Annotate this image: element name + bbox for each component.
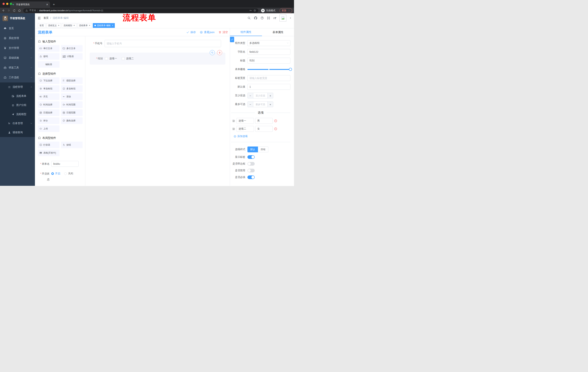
sidebar-item-user-group[interactable]: 用户分组 — [0, 101, 35, 110]
tag-process-form[interactable]: 流程表单× — [77, 23, 92, 28]
fullscreen-icon[interactable] — [267, 16, 270, 20]
sidebar-item-task-mgmt[interactable]: 任务管理 — [0, 119, 35, 128]
slider-handle[interactable] — [289, 68, 292, 71]
gender-option2-checkbox[interactable]: 选项二 — [122, 57, 134, 60]
stepper-plus-button[interactable]: + — [267, 93, 273, 98]
option1-value-input[interactable] — [255, 118, 273, 124]
bookmark-star-icon[interactable] — [253, 9, 256, 12]
phone-input[interactable] — [105, 40, 221, 47]
form-grid-slider[interactable] — [247, 66, 290, 72]
sidebar-item-leave-query[interactable]: 请假查询 — [0, 128, 35, 137]
sidebar-item-process-form[interactable]: 流程表单 — [0, 92, 35, 101]
style-button-button[interactable]: 按钮 — [258, 147, 268, 152]
palette-item-single-text[interactable]: 单行文本 — [38, 45, 60, 52]
tag-close-icon[interactable]: × — [74, 24, 75, 27]
tab-close-icon[interactable]: ✕ — [46, 3, 48, 6]
style-default-button[interactable]: 默认 — [247, 147, 258, 152]
status-radio-on[interactable]: 开启 — [51, 172, 60, 175]
palette-item-row-container[interactable]: 行容器 — [38, 142, 60, 148]
palette-item-upload[interactable]: 上传 — [38, 125, 60, 132]
palette-item-button[interactable]: 按钮 — [61, 142, 83, 148]
window-controls[interactable] — [2, 3, 12, 5]
external-link-tab[interactable] — [230, 37, 234, 42]
min-select-stepper[interactable]: − + — [247, 93, 273, 98]
sidebar-item-devtools[interactable]: 研发工具 — [0, 63, 35, 73]
sidebar-item-process-mgmt[interactable]: 流程管理 — [0, 83, 35, 92]
save-button[interactable]: 保存 — [186, 31, 196, 34]
stepper-minus-button[interactable]: − — [248, 93, 253, 98]
maximize-window-button[interactable] — [10, 3, 12, 5]
palette-item-editor[interactable]: 编辑器 — [38, 61, 60, 68]
password-key-icon[interactable] — [249, 9, 252, 12]
search-icon[interactable] — [247, 16, 251, 20]
field-name-input[interactable] — [247, 49, 290, 55]
tag-process-model[interactable]: 流程模型× — [62, 23, 76, 28]
palette-item-password[interactable]: 密码 — [38, 53, 60, 60]
sidebar-item-workflow[interactable]: 工作流程 — [0, 73, 35, 83]
update-button[interactable]: 更新 — [280, 8, 292, 13]
browser-tab[interactable]: 芋道管理系统 ✕ — [10, 1, 50, 8]
browser-menu-kebab-icon[interactable] — [288, 9, 290, 12]
sidebar-item-home[interactable]: 首页 — [0, 23, 35, 33]
remove-option-button[interactable] — [274, 127, 277, 130]
palette-item-rate[interactable]: 评分 — [38, 117, 60, 124]
tag-close-icon[interactable]: × — [112, 24, 113, 27]
default-value-input[interactable] — [247, 84, 290, 90]
drag-handle-icon[interactable] — [232, 128, 235, 130]
palette-item-radio-group[interactable]: 单选框组 — [38, 85, 60, 92]
reload-button[interactable] — [13, 9, 16, 12]
tab-component-props[interactable]: 组件属性 — [230, 28, 262, 36]
with-border-switch[interactable] — [247, 162, 255, 166]
tag-process-form-edit[interactable]: 流程表单-编辑× — [93, 23, 115, 28]
home-button[interactable] — [18, 9, 21, 12]
form-canvas[interactable]: 手机号 — [85, 36, 230, 186]
minimize-window-button[interactable] — [6, 3, 8, 5]
palette-item-time-picker[interactable]: 时间选择 — [38, 101, 60, 108]
option2-label-input[interactable] — [237, 126, 254, 132]
avatar[interactable] — [279, 15, 286, 21]
palette-item-date-picker[interactable]: 日期选择 — [38, 109, 60, 116]
title-input[interactable] — [247, 58, 290, 64]
palette-item-table[interactable]: 表格[开发中] — [38, 149, 60, 156]
delete-component-button[interactable] — [217, 50, 222, 55]
tag-home[interactable]: 首页 — [38, 23, 45, 28]
disabled-switch[interactable] — [247, 169, 255, 172]
remove-option-button[interactable] — [274, 119, 277, 122]
gender-option1-checkbox[interactable]: 选项一 — [105, 57, 117, 60]
forward-button[interactable] — [7, 9, 10, 12]
close-window-button[interactable] — [2, 3, 5, 5]
max-select-input[interactable] — [253, 102, 267, 107]
stepper-plus-button[interactable]: + — [267, 102, 273, 107]
canvas-field-phone[interactable]: 手机号 — [90, 40, 225, 47]
font-size-icon[interactable]: ᴛT — [273, 17, 276, 20]
copy-component-button[interactable] — [210, 50, 215, 55]
canvas-field-gender-selected[interactable]: 性别 选项一 选项二 — [90, 53, 225, 65]
clear-button[interactable]: 清空 — [219, 31, 228, 34]
component-type-select[interactable] — [247, 40, 290, 46]
sidebar-item-process-model[interactable]: 流程模型 — [0, 110, 35, 119]
palette-item-slider[interactable]: 滑块 — [61, 93, 83, 100]
required-switch[interactable] — [247, 175, 255, 179]
sidebar-collapse-button[interactable] — [37, 16, 41, 20]
form-name-input[interactable] — [51, 161, 79, 167]
min-select-input[interactable] — [253, 93, 267, 98]
back-button[interactable] — [2, 9, 5, 12]
palette-item-time-range[interactable]: 时间范围 — [61, 101, 83, 108]
github-icon[interactable] — [254, 16, 257, 20]
tab-form-props[interactable]: 表单属性 — [262, 28, 294, 36]
address-bar[interactable]: 不安全 dashboard.yudao.iocoder.cn/bpm/manag… — [23, 8, 258, 13]
option2-value-input[interactable] — [255, 126, 273, 132]
breadcrumb-home[interactable]: 首页 — [43, 16, 49, 20]
drag-handle-icon[interactable] — [232, 119, 235, 122]
stepper-minus-button[interactable]: − — [248, 102, 253, 107]
option1-label-input[interactable] — [237, 118, 254, 124]
palette-item-cascader[interactable]: 级联选择 — [61, 77, 83, 84]
tag-close-icon[interactable]: × — [58, 24, 59, 27]
palette-item-date-range[interactable]: 日期范围 — [61, 109, 83, 116]
palette-item-counter[interactable]: 123 计数器 — [61, 53, 83, 60]
status-radio-off[interactable]: 关闭 — [64, 172, 73, 175]
caret-down-icon[interactable] — [289, 17, 292, 19]
palette-item-switch[interactable]: 开关 — [38, 93, 60, 100]
slider-track[interactable] — [247, 69, 290, 70]
view-json-button[interactable]: 查看json — [200, 31, 214, 34]
